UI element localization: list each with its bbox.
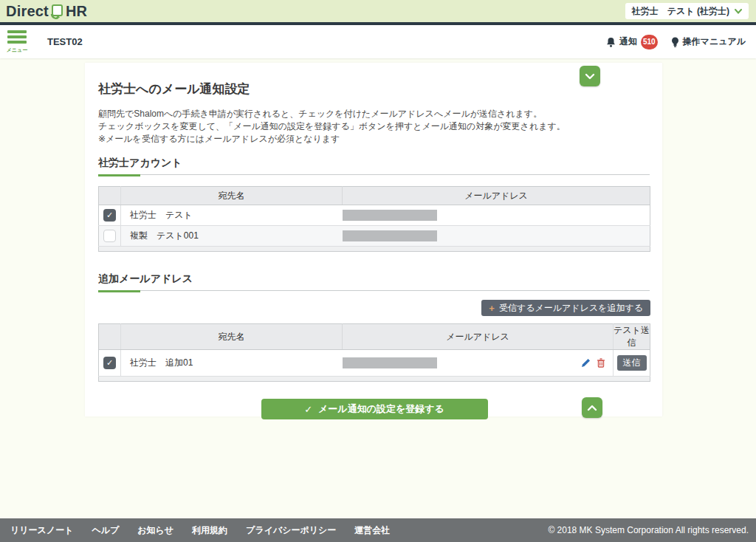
table-row: 複製 テスト001: [99, 226, 650, 247]
table-header-row: 宛先名 メールアドレス: [99, 187, 650, 205]
hamburger-bar: [7, 35, 27, 38]
add-email-button[interactable]: + 受信するメールアドレスを追加する: [481, 300, 650, 316]
footer: リリースノート ヘルプ お知らせ 利用規約 プライバシーポリシー 運営会社 © …: [0, 518, 756, 542]
edit-pencil-icon[interactable]: [581, 358, 591, 368]
recipient-name: 社労士 追加01: [121, 350, 343, 377]
notifications-button[interactable]: 通知 510: [606, 35, 658, 49]
description-line: ※メールを受信する方にはメールアドレスが必須となります: [98, 133, 650, 145]
section-heading-additional: 追加メールアドレス: [98, 272, 650, 286]
page-description: 顧問先でShalomへの手続き申請が実行されると、チェックを付けたメールアドレス…: [98, 108, 650, 145]
chevron-down-icon: [585, 73, 595, 80]
test-send-button[interactable]: 送信: [617, 355, 647, 371]
top-header: Direct HR 社労士 テスト (社労士): [0, 0, 756, 22]
scroll-up-button[interactable]: [582, 397, 602, 418]
footer-link-terms[interactable]: 利用規約: [192, 524, 227, 537]
additional-emails-table: 宛先名 メールアドレス テスト送信 社労士 追加01: [98, 323, 650, 382]
check-icon: ✓: [304, 404, 312, 415]
scroll-down-button[interactable]: [580, 66, 600, 86]
section-heading-accounts: 社労士アカウント: [98, 157, 650, 170]
description-line: 顧問先でShalomへの手続き申請が実行されると、チェックを付けたメールアドレス…: [98, 108, 650, 120]
plus-icon: +: [489, 303, 495, 314]
email-column-header: メールアドレス: [343, 187, 650, 205]
row-action-icons: [581, 358, 605, 368]
redacted-email: [343, 210, 437, 221]
hamburger-bar: [7, 30, 27, 33]
register-settings-button[interactable]: ✓ メール通知の設定を登録する: [261, 399, 488, 419]
footer-link-privacy-policy[interactable]: プライバシーポリシー: [246, 524, 336, 537]
toolbar-right: 通知 510 操作マニュアル: [606, 35, 746, 49]
notification-count-badge: 510: [641, 35, 658, 49]
register-settings-label: メール通知の設定を登録する: [318, 402, 444, 416]
recipient-name: 複製 テスト001: [121, 226, 343, 247]
add-email-button-label: 受信するメールアドレスを追加する: [499, 302, 643, 315]
hamburger-bar: [7, 41, 27, 44]
hamburger-menu-button[interactable]: メニュー: [6, 30, 28, 54]
chevron-down-icon: [735, 9, 742, 14]
table-row: 社労士 追加01: [99, 350, 650, 377]
footer-link-company[interactable]: 運営会社: [354, 524, 390, 537]
footer-link-release-notes[interactable]: リリースノート: [10, 524, 73, 537]
user-account-label: 社労士 テスト (社労士): [632, 5, 729, 18]
recipient-name: 社労士 テスト: [121, 205, 343, 226]
logo-text-hr: HR: [66, 3, 87, 20]
hamburger-menu-label: メニュー: [7, 47, 28, 54]
redacted-email: [343, 357, 437, 368]
delete-trash-icon[interactable]: [597, 358, 605, 368]
footer-links: リリースノート ヘルプ お知らせ 利用規約 プライバシーポリシー 運営会社: [10, 524, 390, 537]
row-checkbox[interactable]: [103, 357, 116, 369]
register-button-row: ✓ メール通知の設定を登録する: [98, 399, 650, 419]
user-account-dropdown[interactable]: 社労士 テスト (社労士): [625, 3, 749, 19]
redacted-email: [343, 230, 437, 241]
description-line: チェックボックスを変更して、「メール通知の設定を登録する」ボタンを押すとメール通…: [98, 120, 650, 133]
manual-label: 操作マニュアル: [683, 35, 746, 48]
app-logo[interactable]: Direct HR: [6, 3, 87, 20]
section-divider: [98, 290, 650, 292]
chevron-up-icon: [587, 405, 597, 411]
footer-link-news[interactable]: お知らせ: [137, 524, 173, 537]
logo-text-direct: Direct: [6, 3, 49, 20]
bell-icon: [606, 37, 616, 47]
add-button-row: + 受信するメールアドレスを追加する: [98, 300, 650, 316]
recipient-column-header: 宛先名: [121, 324, 343, 350]
checkbox-column-header: [99, 187, 121, 205]
row-checkbox[interactable]: [103, 230, 116, 242]
table-footer-strip: [99, 247, 650, 252]
test-send-column-header: テスト送信: [614, 324, 650, 350]
table-header-row: 宛先名 メールアドレス テスト送信: [99, 324, 650, 350]
accounts-table: 宛先名 メールアドレス 社労士 テスト 複製 テスト001: [98, 186, 650, 252]
copyright-text: © 2018 MK System Corporation All rights …: [548, 525, 749, 535]
recipient-column-header: 宛先名: [121, 187, 343, 205]
manual-button[interactable]: 操作マニュアル: [671, 35, 746, 48]
notifications-label: 通知: [619, 35, 637, 48]
checkbox-column-header: [99, 324, 121, 350]
email-column-header: メールアドレス: [343, 324, 614, 350]
page-title: 社労士へのメール通知設定: [98, 80, 650, 97]
lightbulb-icon: [671, 37, 679, 47]
main-area: 社労士へのメール通知設定 顧問先でShalomへの手続き申請が実行されると、チェ…: [0, 58, 756, 518]
table-footer-strip: [99, 377, 650, 382]
account-code: TEST02: [47, 36, 83, 47]
toolbar: メニュー TEST02 通知 510 操作マニュアル: [0, 25, 756, 58]
row-checkbox[interactable]: [103, 209, 116, 222]
logo-document-arrow-icon: [49, 4, 65, 19]
footer-link-help[interactable]: ヘルプ: [92, 524, 119, 537]
section-divider: [98, 174, 650, 176]
settings-card: 社労士へのメール通知設定 顧問先でShalomへの手続き申請が実行されると、チェ…: [85, 63, 662, 416]
table-row: 社労士 テスト: [99, 205, 650, 226]
